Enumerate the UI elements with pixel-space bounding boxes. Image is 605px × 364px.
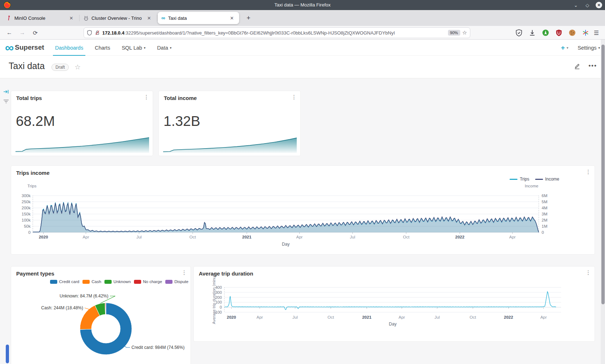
legend-item-income[interactable]: Income — [535, 177, 559, 182]
chart-title: Average trip duration — [199, 270, 253, 277]
container-icon[interactable] — [582, 29, 589, 36]
tab-close-icon[interactable]: ✕ — [68, 14, 75, 22]
legend-item-trips[interactable]: Trips — [510, 177, 529, 182]
svg-text:Oct: Oct — [403, 235, 410, 239]
chart-title: Total income — [164, 95, 197, 101]
nav-item-dashboards[interactable]: Dashboards — [49, 40, 89, 56]
edit-pencil-icon[interactable] — [574, 63, 581, 69]
legend-item-cash[interactable]: Cash — [82, 279, 101, 284]
maximize-button[interactable]: ◇ — [584, 2, 591, 8]
minimize-button[interactable]: ⌄ — [573, 2, 579, 8]
url-path: :32295/superset/dashboard/1/?native_filt… — [124, 30, 395, 36]
svg-text:Jul: Jul — [136, 235, 142, 239]
close-button[interactable]: ✕ — [596, 2, 602, 8]
avg-trip-duration-card: Average trip duration ⋮ 4003002001000-10… — [193, 266, 595, 342]
legend-swatch — [82, 280, 90, 284]
chart-menu-kebab[interactable]: ⋮ — [586, 270, 591, 276]
dashboard-body: Total trips ⋮ 68.2M Total income ⋮ 1.32B… — [0, 78, 605, 364]
window-title: Taxi data — Mozilla Firefox — [0, 0, 605, 10]
legend-item-dispute[interactable]: Dispute — [165, 279, 188, 284]
legend-swatch — [535, 179, 543, 180]
reload-button[interactable]: ⟳ — [31, 28, 40, 37]
download-icon[interactable] — [529, 29, 536, 36]
svg-text:Apr: Apr — [256, 315, 263, 319]
tab-close-icon[interactable]: ✕ — [228, 14, 236, 22]
svg-text:150k: 150k — [22, 212, 31, 216]
bookmark-star-icon[interactable]: ☆ — [462, 29, 467, 36]
menu-icon[interactable]: ☰ — [592, 28, 601, 37]
svg-text:2022: 2022 — [455, 235, 465, 239]
add-new-button[interactable]: +▾ — [561, 44, 568, 52]
tab-label: Taxi data — [168, 15, 226, 21]
chart-title: Total trips — [16, 95, 42, 101]
svg-text:Apr: Apr — [540, 315, 547, 319]
svg-text:2020: 2020 — [227, 315, 236, 319]
new-tab-button[interactable]: + — [244, 14, 253, 22]
svg-text:2021: 2021 — [362, 315, 372, 319]
svg-text:1M: 1M — [542, 224, 547, 228]
tab-separator — [79, 15, 80, 21]
svg-text:2M: 2M — [542, 218, 547, 222]
chart-menu-kebab[interactable]: ⋮ — [144, 94, 149, 100]
filter-icon[interactable] — [3, 98, 9, 104]
favorite-star-icon[interactable]: ☆ — [75, 63, 81, 71]
forward-button[interactable]: → — [18, 28, 27, 37]
chart-title: Payment types — [16, 270, 54, 277]
superset-logo-icon: ∞ — [5, 41, 13, 54]
total-trips-value: 68.2M — [16, 113, 55, 129]
scrollbar-thumb[interactable] — [601, 45, 605, 304]
tab-label: MinIO Console — [14, 15, 66, 21]
expand-filter-bar-icon[interactable] — [3, 88, 9, 95]
tab-close-icon[interactable]: ✕ — [145, 14, 153, 22]
browser-tab-minio-console[interactable]: MinIO Console✕ — [3, 12, 79, 24]
svg-text:3M: 3M — [542, 212, 547, 216]
payment-types-donut[interactable]: Credit card: 984M (74.56%)Cash: 244M (18… — [11, 287, 191, 364]
superset-logo[interactable]: ∞ Superset — [5, 41, 44, 54]
svg-text:5M: 5M — [542, 200, 547, 204]
avg-trip-duration-chart[interactable]: 4003002001000-1002020AprJulOct2021AprJul… — [194, 284, 595, 343]
cookie-icon[interactable] — [569, 29, 576, 36]
trips-income-card: Trips income ⋮ TripsIncome Trips Income … — [11, 165, 595, 255]
zoom-level-badge[interactable]: 90% — [448, 30, 460, 36]
legend-item-unknown[interactable]: Unknown — [104, 279, 131, 284]
back-button[interactable]: ← — [5, 28, 14, 37]
url-bar[interactable]: 172.18.0.4:32295/superset/dashboard/1/?n… — [84, 27, 470, 38]
svg-text:6M: 6M — [542, 194, 547, 198]
duration-y-axis-title: Average trip duration (minute — [212, 272, 218, 326]
svg-text:50k: 50k — [24, 224, 31, 228]
tab-label: Cluster Overview - Trino — [91, 15, 143, 21]
url-host: 172.18.0.4 — [102, 30, 124, 36]
privacy-badger-icon[interactable] — [542, 29, 549, 36]
filter-bar-handle[interactable] — [6, 345, 9, 363]
browser-tab-taxi-data[interactable]: ∞Taxi data✕ — [158, 12, 239, 24]
nav-item-data[interactable]: Data▾ — [151, 40, 177, 56]
browser-tab-cluster-overview-trino[interactable]: Cluster Overview - Trino✕ — [80, 12, 156, 24]
chart-menu-kebab[interactable]: ⋮ — [291, 94, 297, 100]
url-text[interactable]: 172.18.0.4:32295/superset/dashboard/1/?n… — [102, 30, 446, 36]
page-scrollbar[interactable] — [601, 40, 605, 364]
superset-header: ∞ Superset DashboardsChartsSQL Lab▾Data▾… — [0, 40, 605, 56]
ellipsis-menu-icon[interactable]: ••• — [588, 62, 597, 69]
svg-text:Oct: Oct — [470, 315, 476, 319]
nav-item-charts[interactable]: Charts — [89, 40, 116, 56]
settings-menu[interactable]: Settings▾ — [578, 45, 600, 51]
shield-check-icon[interactable] — [515, 29, 523, 36]
chart-menu-kebab[interactable]: ⋮ — [182, 270, 187, 276]
nav-item-sql-lab[interactable]: SQL Lab▾ — [116, 40, 151, 56]
tab-separator — [157, 15, 157, 21]
trips-income-chart[interactable]: 300k6M250k5M200k4M150k3M100k2M50k1M00202… — [11, 187, 595, 256]
ublock-icon[interactable] — [555, 29, 563, 36]
svg-text:200k: 200k — [22, 206, 31, 210]
superset-tab-icon: ∞ — [161, 15, 165, 21]
chart-menu-kebab[interactable]: ⋮ — [586, 169, 591, 175]
legend-item-credit-card[interactable]: Credit card — [50, 279, 79, 284]
donut-callout: Credit card: 984M (74.56%) — [131, 345, 184, 350]
legend-swatch — [104, 280, 112, 284]
total-income-value: 1.32B — [163, 113, 200, 129]
lock-insecure-icon[interactable] — [95, 30, 100, 36]
svg-text:250k: 250k — [22, 200, 31, 204]
tracking-shield-icon[interactable] — [87, 30, 92, 36]
legend-item-no-charge[interactable]: No charge — [134, 279, 162, 284]
svg-text:4M: 4M — [542, 206, 547, 210]
donut-callout: Unknown: 84.7M (6.42%) — [60, 294, 108, 299]
